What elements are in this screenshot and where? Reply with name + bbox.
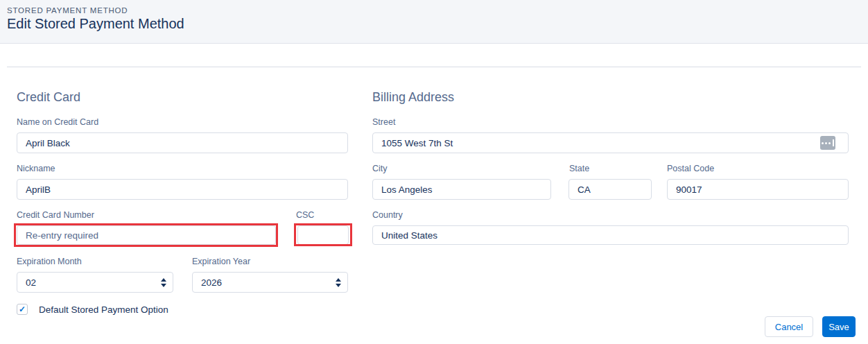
arrow-up-icon[interactable] <box>161 278 166 282</box>
street-label: Street <box>372 117 395 127</box>
ellipsis-icon <box>822 139 834 146</box>
csc-label: CSC <box>296 210 314 220</box>
expiration-year-select[interactable]: 2026 <box>192 272 348 293</box>
state-label: State <box>569 164 589 173</box>
card-top-divider <box>7 67 861 67</box>
nickname-input[interactable] <box>17 179 348 200</box>
credit-card-number-label: Credit Card Number <box>17 210 94 220</box>
country-label: Country <box>372 210 403 220</box>
nickname-label: Nickname <box>17 164 55 173</box>
credit-card-section-heading: Credit Card <box>17 90 80 105</box>
up-down-arrows-icon[interactable] <box>161 278 166 287</box>
cancel-button[interactable]: Cancel <box>765 316 813 337</box>
name-on-card-label: Name on Credit Card <box>17 117 98 127</box>
country-input[interactable] <box>372 225 849 245</box>
up-down-arrows-icon[interactable] <box>336 278 341 287</box>
page-title: Edit Stored Payment Method <box>7 16 184 32</box>
street-input[interactable] <box>372 132 849 153</box>
name-on-card-input[interactable] <box>17 132 348 153</box>
edit-stored-payment-method-page: STORED PAYMENT METHOD Edit Stored Paymen… <box>0 0 868 344</box>
postal-code-input[interactable] <box>667 179 849 200</box>
save-button[interactable]: Save <box>822 316 856 337</box>
arrow-up-icon[interactable] <box>336 278 341 282</box>
expiration-year-label: Expiration Year <box>192 257 250 266</box>
page-header: STORED PAYMENT METHOD Edit Stored Paymen… <box>0 0 868 44</box>
street-expand-button[interactable] <box>820 136 835 150</box>
object-type-label: STORED PAYMENT METHOD <box>7 6 128 15</box>
city-label: City <box>372 164 388 173</box>
default-payment-checkbox[interactable]: ✓ <box>17 304 28 315</box>
city-input[interactable] <box>372 179 551 200</box>
state-input[interactable] <box>568 179 652 200</box>
csc-input[interactable] <box>297 225 349 245</box>
arrow-down-icon[interactable] <box>336 284 341 287</box>
expiration-month-value: 02 <box>26 277 36 288</box>
expiration-month-select[interactable]: 02 <box>17 272 173 293</box>
check-icon: ✓ <box>19 305 26 313</box>
expiration-year-value: 2026 <box>201 277 222 288</box>
billing-address-section-heading: Billing Address <box>372 90 454 105</box>
credit-card-number-input[interactable] <box>17 225 276 245</box>
expiration-month-label: Expiration Month <box>17 257 82 266</box>
postal-code-label: Postal Code <box>667 164 714 173</box>
default-payment-checkbox-label: Default Stored Payment Option <box>39 304 168 315</box>
arrow-down-icon[interactable] <box>161 284 166 287</box>
